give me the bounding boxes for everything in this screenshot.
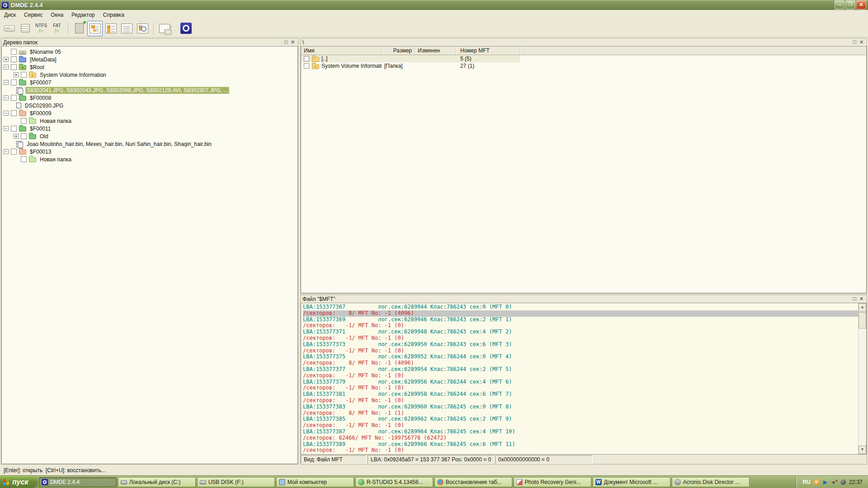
minimize-button[interactable]: — [835,0,844,9]
taskbar-button[interactable]: Photo Recovery Geni... [514,477,591,487]
menu-item[interactable]: Сервис [20,10,47,20]
tree-item-checkbox[interactable] [21,118,27,124]
taskbar-button[interactable]: Восстановление таб... [434,477,512,487]
muted-speaker-icon[interactable] [830,479,837,485]
panel-maximize-icon[interactable] [851,296,858,302]
expander-icon[interactable] [4,111,9,116]
tree-item[interactable]: $F00009 [2,109,297,117]
row-checkbox[interactable] [304,56,309,61]
expander-icon[interactable] [4,149,9,154]
mft-record-line[interactable]: /секторов: -1/ MFT No: -1 (0) [303,323,858,329]
close-button[interactable]: ✕ [856,0,866,9]
panel-close-icon[interactable] [289,39,296,46]
mft-scrollbar[interactable]: ▲ ▼ [858,303,866,454]
hide-icons-chevron-icon[interactable]: < [814,479,820,485]
row-checkbox[interactable] [304,63,309,69]
panel-close-icon[interactable] [858,39,865,46]
tree-item-checkbox[interactable] [11,126,17,131]
new-scan-button[interactable] [71,21,87,36]
mft-records-view[interactable]: LBA:153377367 лог.сек:6289944 Клас:78624… [301,303,858,454]
tree-item[interactable]: DSC02930.JPG [2,102,297,109]
tree-item[interactable]: Новая папка [2,155,297,163]
tree-item-checkbox[interactable] [21,156,27,162]
panel-close-icon[interactable] [858,296,865,302]
tree-item[interactable]: [MetaData] [2,56,297,63]
mft-record-line[interactable]: LBA:153377377 лог.сек:6289954 Клас:78624… [303,366,858,373]
taskbar-button[interactable]: USB DISK (F:) [197,477,275,487]
scrollbar-track[interactable] [859,328,866,446]
scrollbar-thumb[interactable] [859,312,866,328]
mft-record-line[interactable]: /секторов: -1/ MFT No: -1 (0) [303,385,858,391]
tree-item-checkbox[interactable] [11,80,17,85]
open-volume-button[interactable] [2,21,17,36]
language-indicator[interactable]: RU [802,479,810,485]
mft-record-line[interactable]: LBA:153377371 лог.сек:6289948 Клас:78624… [303,329,858,335]
tree-item[interactable]: Old [2,132,297,140]
expander-icon[interactable] [14,134,19,139]
view-details-button[interactable] [119,21,134,36]
column-header-size[interactable]: Размер [382,47,415,55]
mft-record-line[interactable]: /секторов: 62466/ MFT No: -199756778 (62… [303,435,858,441]
taskbar-clock[interactable]: 22:37 [849,479,863,485]
tree-item-checkbox[interactable] [11,149,17,155]
column-header-mft[interactable]: Номер MFT [456,47,520,55]
menu-item[interactable]: Справка [99,10,128,20]
taskbar-button[interactable]: DMDE 2.4.4 [39,477,117,487]
scroll-up-icon[interactable]: ▲ [859,303,866,312]
tree-item-checkbox[interactable] [11,95,17,101]
taskbar-button[interactable]: Локальный диск (C:) [118,477,196,487]
mft-record-line[interactable]: LBA:153377367 лог.сек:6289944 Клас:78624… [303,304,858,310]
mft-record-line[interactable]: /секторов: -1/ MFT No: -1 (0) [303,447,858,454]
mft-record-line[interactable]: /секторов: -1/ MFT No: -1 (0) [303,422,858,429]
tree-item[interactable]: $Root [2,63,297,71]
mft-record-line[interactable]: LBA:153377387 лог.сек:6289964 Клас:78624… [303,429,858,435]
media-player-tray-icon[interactable]: ▶ [823,479,827,485]
expander-icon[interactable] [4,95,9,100]
tree-item[interactable]: $F00011 [2,125,297,132]
mft-record-line[interactable]: /секторов: -1/ MFT No: -1 (0) [303,398,858,404]
mft-record-line[interactable]: LBA:153377379 лог.сек:6289956 Клас:78624… [303,379,858,385]
mft-record-line[interactable]: /секторов: 8/ MFT No: -1 (1) [303,410,858,417]
mft-record-line[interactable]: LBA:153377369 лог.сек:6289946 Клас:78624… [303,317,858,323]
tree-item[interactable]: $Noname 05 [2,48,297,56]
tree-item-checkbox[interactable] [21,133,27,139]
tree-item-checkbox[interactable] [11,56,17,62]
tree-item[interactable]: Joao Moutinho_hair.bin, Mexes_hair.bin, … [2,140,297,148]
mft-record-line[interactable]: LBA:153377383 лог.сек:6289960 Клас:78624… [303,404,858,410]
restore-button[interactable]: ❐ [845,0,855,9]
tree-item[interactable]: System Volume Information [2,71,297,79]
view-list-button[interactable] [103,21,118,36]
column-header-modified[interactable]: Изменен [415,47,456,55]
menu-item[interactable]: Окна [47,10,67,20]
about-dmde-button[interactable] [178,21,193,36]
taskbar-button[interactable]: Мой компьютер [276,477,354,487]
view-folder-tree-button[interactable] [87,21,103,36]
taskbar-button[interactable]: Acronis Disk Director ... [672,477,750,487]
menu-item[interactable]: Диск [0,10,20,20]
tree-item[interactable]: $F00007 [2,79,297,86]
tree-item[interactable]: S8302041.JPG, S8302043.JPG, S8302068.JPG… [2,86,297,94]
mft-record-line[interactable]: LBA:153377373 лог.сек:6289950 Клас:78624… [303,342,858,348]
expander-icon[interactable] [4,80,9,85]
mft-record-line[interactable]: LBA:153377375 лог.сек:6289952 Клас:78624… [303,354,858,360]
tree-item-checkbox[interactable] [11,64,17,70]
mft-record-line[interactable]: /секторов: -1/ MFT No: -1 (0) [303,373,858,379]
mft-record-line[interactable]: LBA:153377381 лог.сек:6289958 Клас:78624… [303,391,858,398]
expander-icon[interactable] [4,65,9,70]
open-disks-button[interactable] [18,21,33,36]
mft-record-line[interactable]: /секторов: 8/ MFT No: -1 (4096) [303,310,858,317]
scroll-down-icon[interactable]: ▼ [859,446,866,454]
tree-item-checkbox[interactable] [11,49,17,55]
tree-item[interactable]: Новая папка [2,117,297,125]
mft-record-line[interactable]: /секторов: -1/ MFT No: -1 (0) [303,335,858,342]
taskbar-button[interactable]: R-STUDIO 5.4.13458... [355,477,433,487]
tree-item-checkbox[interactable] [11,110,17,116]
view-search-button[interactable] [135,21,150,36]
mft-record-line[interactable]: /секторов: -1/ MFT No: -1 (0) [303,348,858,354]
mft-record-line[interactable]: LBA:153377385 лог.сек:6289962 Клас:78624… [303,416,858,422]
tree-item[interactable]: $F00013 [2,148,297,155]
volume-tray-icon[interactable] [840,479,846,485]
column-header-name[interactable]: Имя [301,47,382,55]
file-list-row[interactable]: [..] 5 (5) [301,55,520,62]
mft-record-line[interactable]: LBA:153377389 лог.сек:6289966 Клас:78624… [303,441,858,448]
